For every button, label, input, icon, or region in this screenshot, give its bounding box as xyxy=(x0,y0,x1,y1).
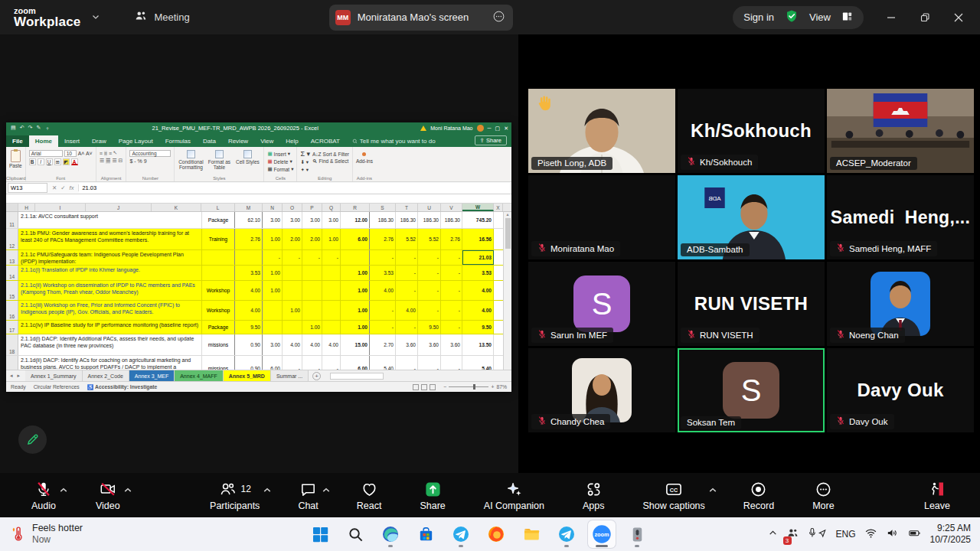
participant-tile-run-viseth[interactable]: RUN VISETHRUN VISETH xyxy=(678,262,825,346)
toolbar-video-button[interactable]: Video xyxy=(86,479,130,511)
view-button[interactable]: View xyxy=(809,11,831,23)
taskbar-app-telegram[interactable] xyxy=(447,520,475,548)
cell-styles-button[interactable]: Cell Styles xyxy=(234,148,260,165)
excel-restore-button[interactable]: ▢ xyxy=(495,126,501,132)
cell-value[interactable]: - xyxy=(418,281,441,300)
cell-type[interactable]: missions xyxy=(201,356,235,370)
annotation-pencil-button[interactable] xyxy=(18,425,47,454)
wifi-icon[interactable] xyxy=(864,527,877,543)
cell-value[interactable]: 12.00 xyxy=(341,212,370,228)
toolbar-record-button[interactable]: Record xyxy=(733,479,784,511)
cell-value[interactable]: - xyxy=(322,356,341,370)
cell-value[interactable]: - xyxy=(396,356,418,370)
taskbar-app-recorder[interactable] xyxy=(623,520,651,548)
font-color-button[interactable]: A xyxy=(71,158,78,165)
delete-cells-button[interactable]: ▦Delete ▾ xyxy=(267,158,293,165)
restore-button[interactable] xyxy=(908,0,942,34)
cell-value[interactable]: - xyxy=(418,301,441,320)
cell-value[interactable] xyxy=(283,321,302,334)
sheet-tab-summar-[interactable]: Summar ... xyxy=(271,370,309,381)
cell-value[interactable]: 1.00 xyxy=(283,301,302,320)
cell-value[interactable]: - xyxy=(370,321,396,334)
cell-value[interactable]: 5.40 xyxy=(462,356,494,370)
toolbar-share-button[interactable]: Share xyxy=(410,479,455,511)
excel-tab-page-layout[interactable]: Page Layout xyxy=(113,135,159,147)
cell-value[interactable]: 4.00 xyxy=(235,301,263,320)
cell-value[interactable] xyxy=(322,266,341,280)
column-header-N[interactable]: N xyxy=(263,204,283,211)
column-header-R[interactable]: R xyxy=(341,204,370,211)
participant-tile-samedi-heng-maff[interactable]: Samedi Heng,...Samedi Heng, MAFF xyxy=(827,175,974,259)
cell-empty[interactable] xyxy=(494,281,503,300)
cell-value[interactable]: 2.70 xyxy=(370,334,396,355)
column-header-K[interactable]: K xyxy=(152,204,201,211)
cell-value[interactable]: 9.50 xyxy=(462,321,494,334)
volume-icon[interactable] xyxy=(886,527,899,543)
cell-desc[interactable]: 2.1.1b PMU: Gender awareness and women's… xyxy=(18,229,201,249)
participant-tile-adb-sambath[interactable]: ADBADB-Sambath xyxy=(678,175,825,259)
row-header-17[interactable]: 17 xyxy=(6,321,18,334)
cell-value[interactable]: 1.00 xyxy=(341,266,370,280)
excel-account-name[interactable]: Moni Ratana Mao xyxy=(430,126,472,131)
participant-tile-piseth-long-adb[interactable]: Piseth Long, ADB xyxy=(528,89,675,173)
cell-value[interactable]: - xyxy=(441,356,462,370)
cell-value[interactable]: 1.00 xyxy=(263,229,283,249)
chevron-up-icon[interactable] xyxy=(124,484,132,495)
column-header-U[interactable]: U xyxy=(418,204,441,211)
leave-button[interactable]: Leave xyxy=(914,479,960,511)
cell-value[interactable]: - xyxy=(370,301,396,320)
participant-tile-kh-sokhouch[interactable]: Kh/SokhouchKh/Sokhouch xyxy=(678,89,825,173)
italic-button[interactable]: I xyxy=(38,158,44,165)
font-size-select[interactable]: 10 xyxy=(64,150,77,157)
taskbar-app-store[interactable] xyxy=(412,520,439,548)
cell-value[interactable]: 5.52 xyxy=(396,229,418,249)
excel-tab-draw[interactable]: Draw xyxy=(86,135,113,147)
sheet-tab-annex-4-maff[interactable]: Annex 4_MAFF xyxy=(175,370,224,381)
cell-desc[interactable]: 2.1.1c(iv) IP Baseline study for IP perf… xyxy=(18,321,201,334)
new-sheet-button[interactable]: + xyxy=(312,372,321,380)
cell-value[interactable]: 3.60 xyxy=(396,334,418,355)
underline-button[interactable]: U xyxy=(46,158,53,165)
cell-value[interactable] xyxy=(302,301,322,320)
cell-value[interactable] xyxy=(283,266,302,280)
chevron-up-icon[interactable] xyxy=(60,484,67,495)
cell-value[interactable] xyxy=(263,321,283,334)
sheet-nav-arrows[interactable]: ◂ ▸ xyxy=(6,373,25,379)
cell-type[interactable]: missions xyxy=(201,334,235,355)
cell-value[interactable] xyxy=(341,250,370,265)
cell-value[interactable]: 2.00 xyxy=(302,229,322,249)
cell-value[interactable]: - xyxy=(283,356,302,370)
cell-value[interactable]: 15.00 xyxy=(341,334,370,355)
cell-value[interactable]: - xyxy=(302,250,322,265)
security-shield-icon[interactable] xyxy=(785,9,799,25)
cell-type[interactable] xyxy=(201,266,235,280)
cell-value[interactable]: - xyxy=(441,301,462,320)
status-accessibility[interactable]: ♿ Accessibility: Investigate xyxy=(87,384,158,390)
excel-tab-insert[interactable]: Insert xyxy=(58,135,86,147)
excel-tellme[interactable]: Tell me what you want to do xyxy=(352,138,436,147)
participant-tile-sarun-im-mef[interactable]: SSarun Im MEF xyxy=(528,262,675,346)
formula-input[interactable]: 21.03 xyxy=(79,183,510,193)
toolbar-more-button[interactable]: More xyxy=(802,479,844,511)
cell-value[interactable] xyxy=(235,250,263,265)
sign-in-button[interactable]: Sign in xyxy=(743,11,774,23)
zoom-slider[interactable]: −+ 87% xyxy=(443,384,507,390)
excel-tab-review[interactable]: Review xyxy=(222,135,254,147)
excel-tab-acrobat[interactable]: ACROBAT xyxy=(305,135,346,147)
horizontal-scrollbar[interactable] xyxy=(330,373,384,380)
cell-value[interactable]: 1.00 xyxy=(263,281,283,300)
cell-type[interactable]: Workshop xyxy=(201,301,235,320)
cell-value[interactable]: 9.50 xyxy=(418,321,441,334)
format-cells-button[interactable]: ▦Format ▾ xyxy=(267,166,293,172)
excel-tab-data[interactable]: Data xyxy=(197,135,222,147)
taskbar-app-explorer[interactable] xyxy=(518,520,545,548)
cancel-entry-icon[interactable]: ✕ xyxy=(52,184,57,191)
column-header-S[interactable]: S xyxy=(370,204,396,211)
workspace-chevron-down-icon[interactable] xyxy=(91,11,100,24)
cell-type[interactable] xyxy=(201,250,235,265)
chevron-up-icon[interactable] xyxy=(263,484,271,495)
cell-value[interactable]: 4.00 xyxy=(462,281,494,300)
cell-value[interactable]: 4.00 xyxy=(462,301,494,320)
toolbar-audio-button[interactable]: Audio xyxy=(21,479,66,511)
taskbar-app-telegram[interactable] xyxy=(553,520,580,548)
